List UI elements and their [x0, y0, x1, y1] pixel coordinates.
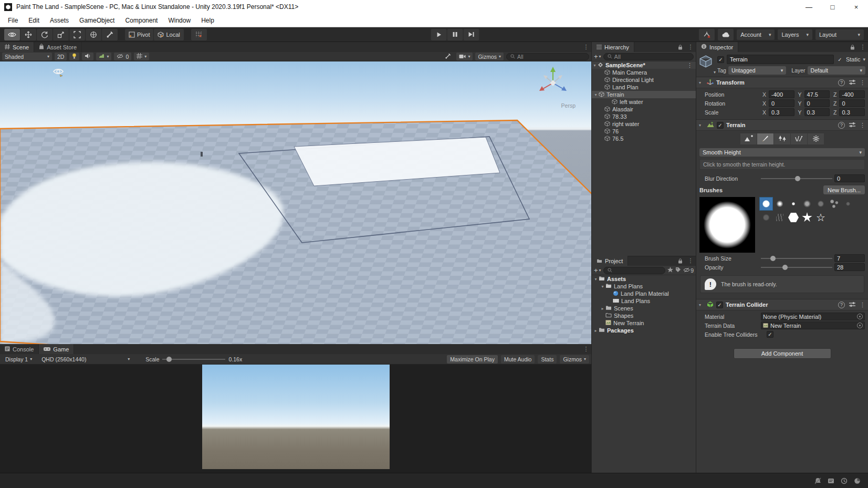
add-component-button[interactable]: Add Component	[734, 348, 831, 359]
scene-orientation-gizmo[interactable]	[537, 66, 569, 101]
project-item-land-plan-material[interactable]: Land Plan Material	[592, 290, 696, 297]
brush-scatter[interactable]	[828, 197, 841, 211]
scene-lighting-toggle[interactable]	[69, 53, 79, 60]
display-dropdown[interactable]: Display 1 ▾	[2, 355, 35, 364]
scale-z-field[interactable]: 0.3	[839, 108, 865, 116]
rotate-tool-button[interactable]	[37, 29, 53, 40]
move-tool-button[interactable]	[20, 29, 36, 40]
hierarchy-item-land-plan[interactable]: Land Plan	[592, 84, 696, 91]
project-item-packages[interactable]: ▸ Packages	[592, 327, 696, 334]
project-item-scenes[interactable]: ▸ Scenes	[592, 305, 696, 312]
play-button[interactable]	[431, 29, 446, 40]
project-item-assets[interactable]: ▾ Assets	[592, 275, 696, 283]
kebab-icon[interactable]: ⋮	[581, 42, 591, 52]
hierarchy-item-directional-light[interactable]: Directional Light	[592, 76, 696, 84]
kebab-icon[interactable]: ⋮	[857, 42, 868, 52]
close-button[interactable]: ×	[844, 0, 868, 14]
menu-gameobject[interactable]: GameObject	[75, 15, 119, 26]
kebab-icon[interactable]: ⋮	[684, 62, 696, 69]
presets-icon[interactable]	[849, 79, 855, 86]
tab-scene[interactable]: Scene	[0, 42, 34, 52]
terrain-component-header[interactable]: ▾ ✓ Terrain ? ⋮	[696, 119, 868, 131]
progress-icon[interactable]	[854, 477, 861, 484]
foldout-arrow[interactable]: ▾	[593, 277, 599, 282]
activity-icon[interactable]	[841, 477, 848, 484]
foldout-arrow[interactable]: ▸	[600, 306, 605, 311]
project-search-input[interactable]	[603, 267, 665, 274]
rotation-z-field[interactable]: 0	[839, 99, 865, 107]
brush-swirl[interactable]	[759, 211, 773, 224]
position-z-field[interactable]: -400	[839, 90, 865, 98]
brush-starburst[interactable]	[800, 211, 814, 224]
terrain-collider-header[interactable]: ▾ ✓ Terrain Collider ? ⋮	[696, 299, 868, 310]
lock-icon[interactable]	[675, 42, 685, 52]
kebab-icon[interactable]: ⋮	[860, 122, 865, 129]
scene-camera-dropdown[interactable]: ▾	[456, 53, 473, 60]
paint-trees-tool[interactable]	[774, 133, 790, 144]
lock-icon[interactable]	[847, 42, 857, 52]
help-icon[interactable]: ?	[838, 79, 845, 86]
account-dropdown[interactable]: Account▾	[737, 29, 775, 40]
hierarchy-item-left-water[interactable]: left water	[592, 98, 696, 106]
kebab-icon[interactable]: ⋮	[581, 344, 591, 354]
search-by-label-icon[interactable]	[675, 267, 681, 274]
scene-audio-toggle[interactable]	[82, 53, 93, 60]
game-gizmos-dropdown[interactable]: Gizmos ▾	[560, 355, 589, 364]
hierarchy-item-alasdair[interactable]: Alasdair	[592, 106, 696, 113]
menu-assets[interactable]: Assets	[45, 15, 74, 26]
hierarchy-item-76[interactable]: 76	[592, 128, 696, 135]
terrain-settings-tool[interactable]	[808, 133, 824, 144]
tag-dropdown[interactable]: Untagged▾	[728, 66, 786, 75]
hierarchy-item-main-camera[interactable]: Main Camera	[592, 69, 696, 76]
tab-project[interactable]: Project	[592, 256, 628, 266]
scale-x-field[interactable]: 0.3	[769, 108, 794, 116]
menu-edit[interactable]: Edit	[24, 15, 44, 26]
kebab-icon[interactable]: ⋮	[685, 42, 696, 52]
brush-star-outline[interactable]: ☆	[814, 211, 828, 224]
resolution-dropdown[interactable]: QHD (2560x1440) ▾	[38, 355, 133, 364]
brush-circle-hard[interactable]	[759, 197, 773, 211]
opacity-slider[interactable]	[761, 264, 832, 271]
stats-button[interactable]: Stats	[538, 355, 557, 364]
mute-audio-button[interactable]: Mute Audio	[501, 355, 535, 364]
paint-details-tool[interactable]	[791, 133, 807, 144]
position-x-field[interactable]: -400	[769, 90, 794, 98]
new-brush-button[interactable]: New Brush...	[823, 185, 865, 194]
scene-grid-dropdown[interactable]: ▾	[134, 53, 149, 60]
tab-game[interactable]: Game	[39, 344, 74, 354]
static-dropdown[interactable]: ▾	[863, 57, 865, 62]
menu-help[interactable]: Help	[196, 15, 219, 26]
transform-tool-button[interactable]	[86, 29, 101, 40]
gizmos-dropdown[interactable]: Gizmos ▾	[475, 53, 504, 60]
kebab-icon[interactable]: ⋮	[685, 256, 696, 266]
scene-visibility-toggle[interactable]: 0	[114, 53, 131, 60]
notifications-icon[interactable]	[814, 477, 821, 484]
search-by-type-icon[interactable]	[667, 267, 673, 274]
blur-direction-value[interactable]: 0	[834, 174, 865, 182]
project-empty-area[interactable]	[592, 334, 696, 473]
presets-icon[interactable]	[849, 122, 855, 129]
object-picker-icon[interactable]	[857, 323, 863, 328]
tab-asset-store[interactable]: Asset Store	[34, 42, 82, 52]
cloud-button[interactable]	[718, 29, 734, 40]
kebab-icon[interactable]: ⋮	[860, 302, 865, 308]
project-item-land-plans-asset[interactable]: Land Plans	[592, 297, 696, 305]
material-object-field[interactable]: None (Physic Material)	[761, 313, 865, 320]
game-scale-slider[interactable]	[162, 356, 225, 362]
maximize-button[interactable]: □	[821, 0, 844, 14]
brush-size-slider[interactable]	[761, 255, 832, 262]
scale-y-field[interactable]: 0.3	[804, 108, 830, 116]
brush-faint-small[interactable]	[841, 197, 855, 211]
rotation-x-field[interactable]: 0	[769, 99, 794, 107]
pivot-toggle-button[interactable]: Pivot	[125, 29, 153, 40]
scene-search-input[interactable]: All	[506, 53, 589, 60]
layout-dropdown[interactable]: Layout▾	[815, 29, 864, 40]
pause-button[interactable]	[447, 29, 463, 40]
foldout-arrow[interactable]: ▸	[593, 328, 599, 333]
gameobject-icon[interactable]: ▾	[699, 55, 715, 75]
project-item-land-plans-folder[interactable]: ▾ Land Plans	[592, 283, 696, 290]
step-button[interactable]	[463, 29, 479, 40]
custom-tools-button[interactable]	[102, 29, 118, 40]
console-error-icon[interactable]	[828, 477, 834, 484]
brush-circle-soft[interactable]	[773, 197, 787, 211]
